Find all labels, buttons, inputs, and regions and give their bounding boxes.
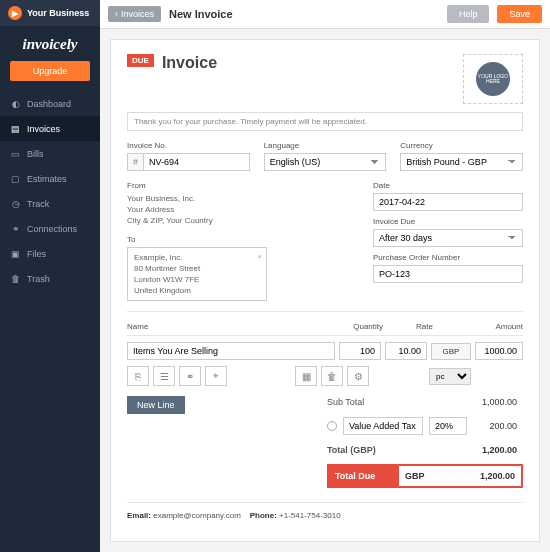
link-icon: ⚭ xyxy=(10,223,21,234)
sidebar: ▶ Your Business invoicely Upgrade ◐Dashb… xyxy=(0,0,100,552)
invoice-footer: Email: example@company.com Phone: +1-541… xyxy=(127,502,523,520)
to-address-box[interactable]: × Example, Inc.80 Mortimer StreetLondon … xyxy=(127,247,267,302)
language-select[interactable]: English (US) xyxy=(264,153,387,171)
new-line-button[interactable]: New Line xyxy=(127,396,185,414)
date-input[interactable] xyxy=(373,193,523,211)
line-amount-input[interactable] xyxy=(475,342,523,360)
tag-icon[interactable]: ⌖ xyxy=(205,366,227,386)
invoice-no-label: Invoice No. xyxy=(127,141,250,150)
sidebar-item-dashboard[interactable]: ◐Dashboard xyxy=(0,91,100,116)
unit-select[interactable]: pc xyxy=(429,368,471,385)
close-icon[interactable]: × xyxy=(257,251,262,262)
copy-icon[interactable]: ⎘ xyxy=(127,366,149,386)
play-icon: ▶ xyxy=(8,6,22,20)
invoice-title: Invoice xyxy=(162,54,217,72)
sidebar-item-bills[interactable]: ▭Bills xyxy=(0,141,100,166)
invoice-due-select[interactable]: After 30 days xyxy=(373,229,523,247)
clock-icon: ◷ xyxy=(10,198,21,209)
sidebar-item-invoices[interactable]: ▤Invoices xyxy=(0,116,100,141)
chevron-left-icon: ‹ xyxy=(115,9,118,19)
sidebar-item-estimates[interactable]: ▢Estimates xyxy=(0,166,100,191)
workspace-switcher[interactable]: ▶ Your Business xyxy=(0,0,100,26)
app-logo: invoicely xyxy=(0,26,100,61)
currency-label: Currency xyxy=(400,141,523,150)
line-rate-input[interactable] xyxy=(385,342,427,360)
from-label: From xyxy=(127,181,359,190)
page-icon: ▢ xyxy=(10,173,21,184)
to-label: To xyxy=(127,235,359,244)
archive-icon[interactable]: ▦ xyxy=(295,366,317,386)
line-qty-input[interactable] xyxy=(339,342,381,360)
help-button[interactable]: Help xyxy=(447,5,490,23)
invoice-no-prefix: # xyxy=(127,153,143,171)
from-address: Your Business, Inc.Your AddressCity & ZI… xyxy=(127,193,359,227)
topbar: ‹Invoices New Invoice Help Save xyxy=(100,0,550,29)
tax-row: 200.00 xyxy=(327,412,523,440)
tax-name-input[interactable] xyxy=(343,417,423,435)
sidebar-nav: ◐Dashboard ▤Invoices ▭Bills ▢Estimates ◷… xyxy=(0,91,100,291)
total-row: Total (GBP) 1,200.00 xyxy=(327,440,523,460)
sidebar-item-connections[interactable]: ⚭Connections xyxy=(0,216,100,241)
page-title: New Invoice xyxy=(169,8,233,20)
settings-icon[interactable]: ⚙ xyxy=(347,366,369,386)
business-name: Your Business xyxy=(27,8,89,18)
line-currency: GBP xyxy=(431,343,471,360)
link-icon[interactable]: ⚭ xyxy=(179,366,201,386)
currency-select[interactable]: British Pound - GBP xyxy=(400,153,523,171)
sidebar-item-track[interactable]: ◷Track xyxy=(0,191,100,216)
tax-radio[interactable] xyxy=(327,421,337,431)
language-label: Language xyxy=(264,141,387,150)
note-icon[interactable]: ☰ xyxy=(153,366,175,386)
po-input[interactable] xyxy=(373,265,523,283)
line-name-input[interactable] xyxy=(127,342,335,360)
trash-icon: 🗑 xyxy=(10,273,21,284)
invoice-card: DUE Invoice YOUR LOGO HERE Thank you for… xyxy=(110,39,540,542)
upgrade-button[interactable]: Upgrade xyxy=(10,61,90,81)
folder-icon: ▣ xyxy=(10,248,21,259)
logo-circle: YOUR LOGO HERE xyxy=(476,62,510,96)
po-label: Purchase Order Number xyxy=(373,253,523,262)
date-label: Date xyxy=(373,181,523,190)
document-icon: ▤ xyxy=(10,123,21,134)
sidebar-item-files[interactable]: ▣Files xyxy=(0,241,100,266)
total-due-row: Total Due GBP 1,200.00 xyxy=(327,464,523,488)
line-items-header: Name Quantity Rate Amount xyxy=(127,322,523,336)
invoice-due-label: Invoice Due xyxy=(373,217,523,226)
line-toolbar: ⎘ ☰ ⚭ ⌖ ▦ 🗑 ⚙ pc xyxy=(127,366,523,386)
subtotal-row: Sub Total 1,000.00 xyxy=(327,392,523,412)
tax-pct-input[interactable] xyxy=(429,417,467,435)
invoice-note[interactable]: Thank you for your purchase. Timely paym… xyxy=(127,112,523,131)
back-button[interactable]: ‹Invoices xyxy=(108,6,161,22)
status-badge: DUE xyxy=(127,54,154,67)
main-content: ‹Invoices New Invoice Help Save DUE Invo… xyxy=(100,0,550,552)
delete-icon[interactable]: 🗑 xyxy=(321,366,343,386)
line-item-row: GBP xyxy=(127,342,523,360)
receipt-icon: ▭ xyxy=(10,148,21,159)
save-button[interactable]: Save xyxy=(497,5,542,23)
logo-placeholder[interactable]: YOUR LOGO HERE xyxy=(463,54,523,104)
totals-section: Sub Total 1,000.00 200.00 Total (GBP) 1,… xyxy=(327,392,523,488)
invoice-no-input[interactable] xyxy=(143,153,250,171)
gauge-icon: ◐ xyxy=(10,98,21,109)
sidebar-item-trash[interactable]: 🗑Trash xyxy=(0,266,100,291)
